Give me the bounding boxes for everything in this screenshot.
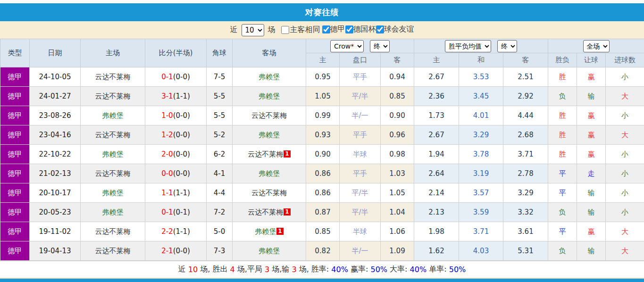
odds-away-value: 1.09 — [389, 247, 405, 255]
avg-away-value: 2.68 — [518, 131, 533, 139]
avg-away-value: 2.78 — [518, 169, 533, 178]
odds-home-value: 0.82 — [315, 247, 330, 255]
cell-handicap-result: 赢 — [577, 125, 606, 145]
result-group-header: 全场 — [548, 39, 644, 53]
league-label: 球会友谊 — [384, 25, 414, 34]
full-time-score: 1-0 — [161, 111, 173, 120]
cell-odds-away: 0.90 — [381, 106, 414, 125]
avg-stage-select[interactable]: 终 — [497, 40, 517, 52]
cell-odds-handicap: 半球 — [340, 145, 381, 164]
match-row: 德甲20-10-17弗赖堡1-1(1-1)4-4云达不莱梅0.86平/半1.05… — [0, 183, 644, 203]
cell-goals-result: 小 — [606, 164, 644, 183]
cell-odds-home: 0.87 — [306, 203, 340, 222]
handicap-value: 平手 — [353, 73, 367, 81]
cell-avg-away: 2.78 — [503, 164, 548, 183]
cell-handicap-result: 赢 — [577, 145, 606, 164]
cell-avg-away: 2.51 — [503, 67, 548, 87]
cell-score: 0-1(0-1) — [145, 203, 207, 222]
match-date: 19-11-02 — [39, 227, 71, 236]
odds-home-value: 0.95 — [315, 73, 330, 81]
summary-segment: 50% — [370, 265, 387, 274]
col-header-goals: 进球数 — [606, 53, 644, 67]
cell-away-team: 云达不莱梅 — [233, 106, 306, 125]
avg-draw-value: 3.71 — [473, 227, 489, 236]
handicap-value: 半/一 — [351, 247, 368, 255]
cell-away-team: 云达不莱梅 — [233, 183, 306, 203]
cell-goals-result: 小 — [606, 145, 644, 164]
home-team-name: 云达不莱梅 — [95, 92, 131, 100]
full-time-score: 3-1 — [161, 92, 173, 100]
goals-result-value: 大 — [621, 92, 628, 100]
corner-count: 5-0 — [214, 227, 226, 236]
cell-goals-result: 大 — [606, 222, 644, 241]
cell-handicap-result: 走 — [577, 164, 606, 183]
cell-score: 1-2(0-0) — [145, 125, 207, 145]
cell-odds-home: 0.85 — [306, 222, 340, 241]
cell-corners: 5-5 — [207, 87, 233, 106]
cell-home-team: 云达不莱梅 — [81, 87, 145, 106]
same-venue-label: 主客相同 — [290, 25, 320, 35]
handicap-value: 平/半 — [351, 92, 368, 100]
cell-away-team: 弗赖堡 — [233, 87, 306, 106]
league-filter: 德甲 — [322, 25, 345, 34]
cell-away-team: 云达不莱梅1 — [233, 145, 306, 164]
cell-odds-home: 0.86 — [306, 183, 340, 203]
league-checkbox[interactable] — [345, 25, 353, 33]
avg-away-value: 4.44 — [518, 111, 533, 120]
cell-home-team: 弗赖堡 — [81, 145, 145, 164]
match-row: 德甲21-02-13云达不莱梅0-0(0-0)4-1弗赖堡0.86平手1.032… — [0, 164, 644, 183]
league-checkbox[interactable] — [376, 25, 384, 33]
cell-result: 负 — [548, 203, 577, 222]
h2h-widget: 对赛往绩 近 10 场 主客相同 德甲德国杯球会友谊 类型 日期 主场 比分(半… — [0, 0, 644, 282]
avg-type-select[interactable]: 胜平负均值 — [445, 40, 491, 52]
same-venue-checkbox[interactable] — [281, 26, 289, 34]
cell-date: 20-05-23 — [30, 203, 81, 222]
cell-date: 23-04-16 — [30, 125, 81, 145]
cell-handicap-result: 赢 — [577, 106, 606, 125]
league-checkbox[interactable] — [322, 25, 330, 33]
cell-avg-home: 1.73 — [414, 106, 459, 125]
goals-result-value: 小 — [621, 150, 628, 158]
scope-select[interactable]: 全场 — [583, 40, 610, 52]
col-header-odds-away: 客 — [381, 53, 414, 67]
league-filter: 球会友谊 — [376, 25, 414, 34]
odds-group-header: Crow* 终 — [306, 39, 414, 53]
corner-count: 6-2 — [214, 150, 226, 158]
cell-odds-away: 0.94 — [381, 67, 414, 87]
away-team-name: 弗赖堡 — [259, 247, 280, 255]
handicap-value: 半球 — [353, 150, 367, 158]
match-date: 22-10-22 — [39, 150, 71, 158]
cell-odds-away: 0.98 — [381, 145, 414, 164]
cell-odds-home: 0.95 — [306, 67, 340, 87]
match-count-select[interactable]: 10 — [242, 24, 264, 36]
result-value: 负 — [559, 247, 566, 255]
league-name: 德甲 — [8, 189, 22, 197]
cell-league: 德甲 — [0, 106, 30, 125]
cell-odds-home: 0.82 — [306, 241, 340, 261]
cell-avg-home: 1.98 — [414, 222, 459, 241]
home-team-name: 云达不莱梅 — [95, 227, 131, 236]
goals-result-value: 大 — [621, 227, 628, 236]
full-time-score: 0-1 — [161, 73, 173, 81]
match-row: 德甲23-04-16云达不莱梅1-2(0-0)5-2弗赖堡0.93平手0.962… — [0, 125, 644, 145]
cell-league: 德甲 — [0, 164, 30, 183]
half-time-score: (0-0) — [173, 169, 190, 178]
handicap-value: 平/半 — [351, 189, 368, 197]
odds-stage-select[interactable]: 终 — [370, 40, 390, 52]
away-team-name: 云达不莱梅 — [248, 150, 283, 158]
odds-home-value: 0.99 — [315, 111, 330, 120]
odds-company-select[interactable]: Crow* — [330, 40, 364, 52]
half-time-score: (0-0) — [173, 73, 190, 81]
summary-segment: 近 — [178, 265, 188, 274]
avg-draw-value: 3.53 — [473, 73, 489, 81]
cell-score: 2-1(0-0) — [145, 241, 207, 261]
avg-draw-value: 3.19 — [473, 169, 489, 178]
cell-date: 23-08-26 — [30, 106, 81, 125]
handicap-result-value: 输 — [588, 189, 595, 197]
league-name: 德甲 — [8, 73, 22, 81]
cell-result: 平 — [548, 183, 577, 203]
odds-home-value: 0.87 — [315, 208, 330, 216]
away-team-name: 弗赖堡 — [259, 92, 280, 100]
corner-count: 4-4 — [214, 189, 226, 197]
full-time-score: 0-0 — [161, 169, 173, 178]
